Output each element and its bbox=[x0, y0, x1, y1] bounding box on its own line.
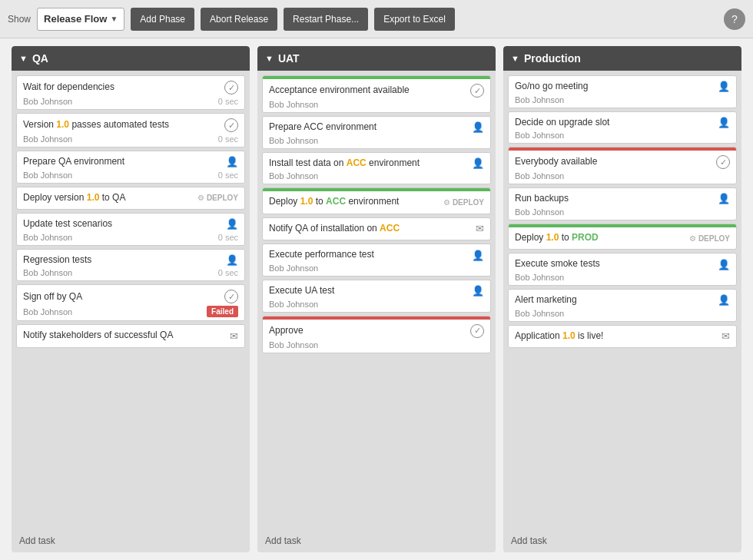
task-card[interactable]: Notify stakeholders of successful QA✉ bbox=[16, 324, 245, 348]
task-card[interactable]: Deploy version 1.0 to QA⚙ DEPLOY bbox=[16, 187, 245, 210]
task-card[interactable]: Go/no go meeting👤Bob Johnson bbox=[508, 75, 737, 108]
task-title-row: Alert marketing👤 bbox=[515, 294, 730, 307]
person-icon: 👤 bbox=[718, 193, 730, 204]
task-card[interactable]: Approve✓Bob Johnson bbox=[262, 316, 491, 353]
task-title: Notify stakeholders of successful QA bbox=[23, 330, 225, 342]
task-footer-row: Bob Johnson bbox=[269, 300, 484, 309]
task-card[interactable]: Execute performance test👤Bob Johnson bbox=[262, 244, 491, 277]
collapse-icon[interactable]: ▼ bbox=[265, 54, 274, 63]
person-icon: 👤 bbox=[472, 285, 484, 297]
task-card[interactable]: Deploy 1.0 to PROD⚙ DEPLOY bbox=[508, 224, 737, 250]
task-footer-row: Bob Johnson bbox=[515, 95, 730, 104]
task-card[interactable]: Version 1.0 passes automated tests✓Bob J… bbox=[16, 113, 245, 147]
task-card[interactable]: Regression tests👤Bob Johnson0 sec bbox=[16, 249, 245, 282]
task-body: Alert marketing👤Bob Johnson bbox=[509, 290, 736, 321]
collapse-icon[interactable]: ▼ bbox=[19, 54, 28, 63]
email-icon: ✉ bbox=[721, 330, 730, 342]
task-title: Alert marketing bbox=[515, 294, 713, 307]
task-title-row: Install test data on ACC environment👤 bbox=[269, 157, 484, 170]
help-button[interactable]: ? bbox=[724, 8, 745, 30]
task-body: Everybody available✓Bob Johnson bbox=[509, 151, 736, 184]
task-title: Deploy 1.0 to ACC environment bbox=[269, 196, 439, 208]
task-title-row: Decide on upgrade slot👤 bbox=[515, 117, 730, 129]
task-card[interactable]: Prepare QA environment👤Bob Johnson0 sec bbox=[16, 151, 245, 184]
task-card[interactable]: Everybody available✓Bob Johnson bbox=[508, 147, 737, 184]
task-card[interactable]: Execute smoke tests👤Bob Johnson bbox=[508, 253, 737, 286]
task-card[interactable]: Sign off by QA✓Bob JohnsonFailed bbox=[16, 284, 245, 321]
task-assignee: Bob Johnson bbox=[23, 171, 72, 180]
email-icon: ✉ bbox=[476, 223, 484, 234]
task-title: Application 1.0 is live! bbox=[515, 330, 717, 343]
task-time: 0 sec bbox=[218, 233, 238, 242]
columns-area: ▼QAWait for dependencies✓Bob Johnson0 se… bbox=[0, 38, 753, 560]
task-footer-row: Bob Johnson0 sec bbox=[23, 233, 238, 242]
task-assignee: Bob Johnson bbox=[269, 300, 318, 309]
abort-release-button[interactable]: Abort Release bbox=[201, 8, 277, 31]
task-body: Execute smoke tests👤Bob Johnson bbox=[509, 253, 736, 285]
task-footer-row: Bob Johnson bbox=[269, 263, 484, 273]
task-title: Prepare ACC environment bbox=[269, 121, 467, 134]
task-card[interactable]: Prepare ACC environment👤Bob Johnson bbox=[262, 116, 491, 149]
task-card[interactable]: Run backups👤Bob Johnson bbox=[508, 187, 737, 220]
task-title: Sign off by QA bbox=[23, 291, 220, 303]
task-footer-row: Bob Johnson bbox=[515, 309, 730, 318]
task-body: Version 1.0 passes automated tests✓Bob J… bbox=[17, 114, 244, 147]
task-footer-row: Bob Johnson bbox=[515, 273, 730, 282]
task-card[interactable]: Update test scenarios👤Bob Johnson0 sec bbox=[16, 213, 245, 246]
task-title: Version 1.0 passes automated tests bbox=[23, 119, 220, 131]
task-card[interactable]: Deploy 1.0 to ACC environment⚙ DEPLOY bbox=[262, 187, 491, 214]
task-card[interactable]: Notify QA of installation on ACC✉ bbox=[262, 217, 491, 241]
show-value: Release Flow bbox=[44, 13, 107, 25]
person-icon: 👤 bbox=[226, 218, 238, 230]
task-card[interactable]: Install test data on ACC environment👤Bob… bbox=[262, 152, 491, 185]
task-body: Decide on upgrade slot👤Bob Johnson bbox=[509, 112, 736, 144]
column-title: Production bbox=[524, 52, 581, 65]
task-card[interactable]: Acceptance environment available✓Bob Joh… bbox=[262, 75, 491, 113]
task-title: Deploy version 1.0 to QA bbox=[23, 192, 193, 204]
collapse-icon[interactable]: ▼ bbox=[511, 54, 519, 63]
task-body: Deploy 1.0 to PROD⚙ DEPLOY bbox=[509, 227, 736, 250]
task-footer-row: Bob Johnson0 sec bbox=[23, 134, 238, 144]
restart-phase-button[interactable]: Restart Phase... bbox=[284, 8, 368, 31]
show-select[interactable]: Release Flow ▼ bbox=[37, 8, 124, 31]
task-card[interactable]: Wait for dependencies✓Bob Johnson0 sec bbox=[16, 75, 245, 110]
task-title: Deploy 1.0 to PROD bbox=[515, 232, 685, 244]
person-icon: 👤 bbox=[226, 254, 238, 266]
dropdown-arrow-icon: ▼ bbox=[110, 15, 118, 23]
deploy-icon: ⚙ DEPLOY bbox=[443, 197, 484, 207]
task-title-row: Prepare ACC environment👤 bbox=[269, 121, 484, 134]
task-assignee: Bob Johnson bbox=[515, 171, 564, 181]
add-task-prod[interactable]: Add task bbox=[503, 529, 741, 552]
task-card[interactable]: Decide on upgrade slot👤Bob Johnson bbox=[508, 111, 737, 144]
task-body: Application 1.0 is live!✉ bbox=[509, 326, 736, 348]
task-title-row: Sign off by QA✓ bbox=[23, 290, 238, 303]
person-icon: 👤 bbox=[718, 259, 730, 270]
task-assignee: Bob Johnson bbox=[515, 273, 564, 282]
task-footer-row: Bob Johnson bbox=[269, 100, 484, 109]
tasks-list-qa: Wait for dependencies✓Bob Johnson0 secVe… bbox=[12, 71, 250, 529]
task-title: Approve bbox=[269, 325, 466, 337]
add-phase-button[interactable]: Add Phase bbox=[131, 8, 194, 31]
add-task-uat[interactable]: Add task bbox=[257, 529, 496, 552]
task-footer-row: Bob Johnson0 sec bbox=[23, 268, 238, 277]
task-body: Acceptance environment available✓Bob Joh… bbox=[263, 79, 490, 112]
task-footer-row: Bob Johnson bbox=[515, 207, 730, 217]
show-label: Show bbox=[8, 14, 31, 25]
task-title: Wait for dependencies bbox=[23, 81, 220, 94]
task-footer-row: Bob JohnsonFailed bbox=[23, 306, 238, 317]
task-footer-row: Bob Johnson bbox=[515, 131, 730, 140]
task-title-row: Version 1.0 passes automated tests✓ bbox=[23, 118, 238, 132]
task-card[interactable]: Application 1.0 is live!✉ bbox=[508, 325, 737, 349]
task-card[interactable]: Alert marketing👤Bob Johnson bbox=[508, 289, 737, 322]
column-header-qa: ▼QA bbox=[12, 46, 250, 71]
deploy-icon: ⚙ DEPLOY bbox=[197, 193, 238, 202]
check-circle-icon: ✓ bbox=[470, 324, 484, 338]
task-title-row: Run backups👤 bbox=[515, 193, 730, 205]
task-body: Execute performance test👤Bob Johnson bbox=[263, 244, 490, 276]
task-assignee: Bob Johnson bbox=[23, 97, 72, 106]
export-excel-button[interactable]: Export to Excel bbox=[374, 8, 455, 31]
task-title: Update test scenarios bbox=[23, 218, 221, 230]
task-assignee: Bob Johnson bbox=[269, 263, 318, 273]
task-card[interactable]: Execute UA test👤Bob Johnson bbox=[262, 280, 491, 313]
add-task-qa[interactable]: Add task bbox=[12, 529, 250, 552]
